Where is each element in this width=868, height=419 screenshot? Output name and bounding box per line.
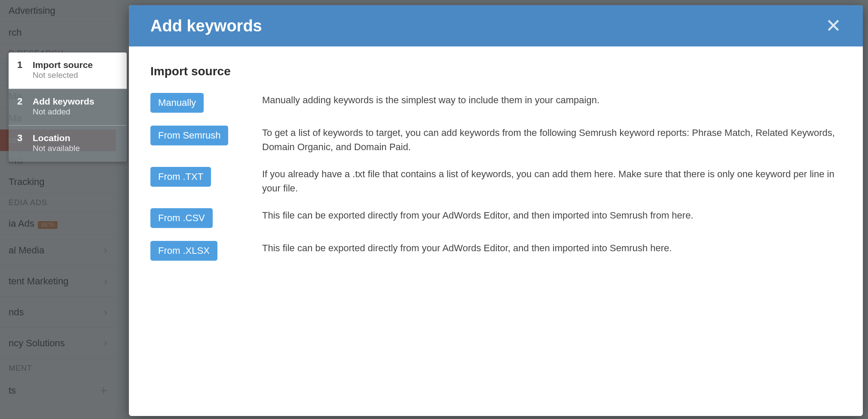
from-xlsx-button[interactable]: From .XLSX xyxy=(150,241,217,261)
step-subtitle: Not selected xyxy=(33,70,93,81)
step-title: Add keywords xyxy=(33,96,95,107)
import-option-row: From .CSV This file can be exported dire… xyxy=(150,208,841,228)
option-description: This file can be exported directly from … xyxy=(262,241,841,255)
close-icon[interactable]: ✕ xyxy=(825,16,841,35)
wizard-step-location[interactable]: 3 Location Not available xyxy=(9,125,127,162)
wizard-step-import-source[interactable]: 1 Import source Not selected xyxy=(9,52,127,89)
import-option-row: From .TXT If you already have a .txt fil… xyxy=(150,167,841,195)
import-option-row: Manually Manually adding keywords is the… xyxy=(150,93,841,113)
step-number: 1 xyxy=(17,59,25,81)
option-description: Manually adding keywords is the simplest… xyxy=(262,93,841,107)
section-title: Import source xyxy=(150,65,841,78)
step-title: Location xyxy=(33,132,80,143)
wizard-steps: 1 Import source Not selected 2 Add keywo… xyxy=(9,52,127,162)
step-title: Import source xyxy=(33,59,93,70)
step-number: 3 xyxy=(17,132,25,154)
step-subtitle: Not added xyxy=(33,107,95,117)
from-semrush-button[interactable]: From Semrush xyxy=(150,126,228,145)
manually-button[interactable]: Manually xyxy=(150,93,204,113)
option-description: To get a list of keywords to target, you… xyxy=(262,126,841,154)
wizard-step-add-keywords[interactable]: 2 Add keywords Not added xyxy=(9,89,127,125)
import-option-row: From .XLSX This file can be exported dir… xyxy=(150,241,841,261)
modal-title: Add keywords xyxy=(150,17,262,35)
step-number: 2 xyxy=(17,96,25,117)
from-txt-button[interactable]: From .TXT xyxy=(150,167,211,187)
option-description: This file can be exported directly from … xyxy=(262,208,841,222)
import-option-row: From Semrush To get a list of keywords t… xyxy=(150,126,841,154)
add-keywords-modal: Add keywords ✕ Import source Manually Ma… xyxy=(129,5,863,416)
step-subtitle: Not available xyxy=(33,143,80,154)
modal-header: Add keywords ✕ xyxy=(129,5,863,46)
from-csv-button[interactable]: From .CSV xyxy=(150,208,213,228)
modal-body: Import source Manually Manually adding k… xyxy=(129,46,863,292)
option-description: If you already have a .txt file that con… xyxy=(262,167,841,195)
